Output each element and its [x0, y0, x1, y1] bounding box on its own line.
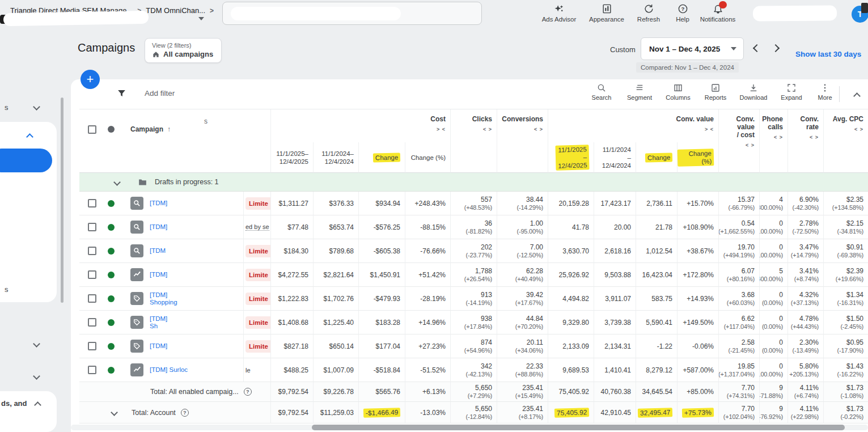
row-checkbox[interactable] — [88, 366, 96, 374]
sidebar-item-fragment[interactable]: ds, and — [1, 399, 27, 408]
campaign-link[interactable]: [TDM] — [150, 291, 177, 299]
metric-value: 3.41% — [799, 267, 819, 275]
campaign-link[interactable]: [TDM] — [150, 200, 167, 207]
metric-value: 202 — [481, 243, 492, 251]
metric-cell: $1.43(-16.22%) — [824, 358, 868, 382]
enabled-status-dot[interactable] — [108, 295, 115, 302]
campaign-link[interactable]: [TDM] — [150, 315, 167, 323]
expand-compare-icon[interactable]: < > — [534, 125, 543, 133]
sidebar-item-fragment[interactable]: s — [5, 285, 9, 294]
sidebar-item-fragment[interactable]: s — [5, 103, 9, 112]
campaign-link[interactable]: [TDM] Surloc — [150, 366, 188, 374]
collapse-compare-icon[interactable]: > < — [705, 125, 714, 133]
campaign-row[interactable]: [TDM] Surloc le$488.25$1,007.09-$518.84-… — [79, 358, 868, 382]
campaign-link[interactable]: Sh — [150, 323, 167, 330]
chevron-down-icon[interactable] — [113, 179, 121, 186]
select-all-checkbox[interactable] — [88, 125, 96, 134]
row-checkbox[interactable] — [88, 270, 96, 279]
enabled-status-dot[interactable] — [108, 272, 115, 278]
horizontal-scrollbar-thumb[interactable] — [312, 425, 845, 430]
drafts-in-progress-row[interactable]: Drafts in progress: 1 — [79, 173, 868, 192]
sidebar-selected-item[interactable] — [0, 149, 52, 172]
metric-value: 20,159.28 — [559, 200, 589, 207]
status-badge-limited[interactable]: Limite — [245, 245, 271, 257]
campaign-row[interactable]: [TDM] Limite$1,311.27$376.33$934.94+248.… — [79, 192, 868, 215]
campaign-link[interactable]: Shopping — [150, 299, 177, 306]
breadcrumb-subaccount[interactable]: TDM OmniChan... — [146, 6, 205, 15]
status-badge-limited[interactable]: Limite — [245, 316, 271, 329]
campaign-row[interactable]: [TDM] Limite$4,272.55$2,821.64$1,450.91+… — [79, 263, 868, 287]
campaign-link[interactable]: [TDM] — [150, 342, 167, 350]
add-filter-button[interactable]: Add filter — [145, 89, 175, 98]
chevron-down-icon[interactable] — [33, 340, 40, 348]
enabled-status-dot[interactable] — [108, 200, 115, 207]
enabled-status-dot[interactable] — [108, 319, 115, 326]
campaign-row[interactable]: [TDM] ed by se$77.48$653.74-$576.25-88.1… — [79, 215, 868, 239]
status-badge-limited[interactable]: Limite — [245, 197, 271, 210]
campaign-row[interactable]: [TDM]Shopping Limite$1,222.83$1,702.76-$… — [79, 287, 868, 311]
chevron-down-icon[interactable] — [33, 372, 40, 380]
download-button[interactable]: Download — [735, 83, 772, 101]
metric-cell: 5,650(+7.29%) — [451, 382, 497, 402]
metric-cell: $565.76 — [359, 382, 405, 402]
row-checkbox[interactable] — [88, 342, 96, 350]
help-circle-icon[interactable]: ? — [244, 388, 252, 396]
sidebar-scrollbar[interactable] — [61, 98, 63, 303]
ads-advisor-button[interactable]: Ads Advisor — [537, 3, 581, 23]
view-filter-chip[interactable]: View (2 filters) All campaigns — [145, 38, 222, 63]
campaign-row[interactable]: [TDM Limite$184.30$789.68-$605.38-76.66%… — [79, 239, 868, 263]
help-circle-icon[interactable]: ? — [181, 409, 189, 417]
enabled-status-dot[interactable] — [108, 224, 115, 231]
row-checkbox[interactable] — [88, 199, 96, 207]
enabled-status-dot[interactable] — [108, 367, 115, 374]
sort-ascending-icon[interactable]: ↑ — [167, 125, 171, 133]
status-filter-dot[interactable] — [108, 126, 115, 133]
metric-value: 34,645.54 — [642, 388, 672, 396]
status-badge-limited[interactable]: Limite — [245, 340, 271, 353]
row-checkbox[interactable] — [88, 247, 96, 255]
status-badge-limited[interactable]: Limite — [245, 293, 271, 305]
chevron-up-icon[interactable] — [26, 133, 33, 141]
appearance-button[interactable]: Appearance — [585, 3, 628, 23]
collapse-toolbar-button[interactable] — [854, 91, 859, 101]
expand-compare-icon[interactable]: < > — [810, 133, 819, 141]
date-range-picker[interactable]: Nov 1 – Dec 4, 2025 — [641, 37, 744, 60]
campaign-row[interactable]: [TDM] Limite$827.18$650.14$177.04+27.23%… — [79, 334, 868, 358]
campaign-column-header[interactable]: Campaign ↑ s — [79, 109, 271, 149]
campaign-row[interactable]: [TDM]Sh Limite$1,408.68$1,225.40$183.28+… — [79, 311, 868, 334]
expand-compare-icon[interactable]: < > — [854, 125, 863, 133]
chevron-up-icon[interactable] — [34, 401, 41, 409]
campaign-link[interactable]: [TDM — [150, 247, 166, 255]
expand-compare-icon[interactable]: < > — [483, 125, 492, 133]
notifications-button[interactable]: Notifications — [696, 3, 739, 23]
filter-icon[interactable] — [116, 88, 127, 99]
status-text-clipped[interactable]: ed by se — [245, 223, 269, 231]
row-checkbox[interactable] — [88, 294, 96, 303]
segment-button[interactable]: Segment — [621, 83, 658, 101]
date-prev-button[interactable] — [754, 43, 760, 53]
new-campaign-button[interactable]: + — [81, 70, 100, 89]
status-badge-limited[interactable]: Limite — [245, 269, 271, 281]
row-checkbox[interactable] — [88, 318, 96, 327]
campaign-link[interactable]: [TDM] — [150, 223, 167, 231]
date-next-button[interactable] — [773, 43, 778, 53]
columns-button[interactable]: Columns — [659, 83, 697, 101]
expand-compare-icon[interactable]: < > — [774, 133, 783, 141]
show-last-30-days-link[interactable]: Show last 30 days — [795, 50, 861, 58]
status-text-clipped[interactable]: le — [245, 367, 251, 374]
enabled-status-dot[interactable] — [108, 248, 115, 255]
metric-cell: 1,012.54 — [636, 239, 678, 263]
search-button[interactable]: Search — [583, 83, 620, 101]
chevron-down-icon[interactable] — [33, 103, 40, 111]
chevron-down-icon[interactable] — [111, 409, 118, 416]
enabled-status-dot[interactable] — [108, 343, 115, 350]
row-checkbox[interactable] — [88, 223, 96, 231]
metric-compare-value: (+8.74%) — [794, 275, 819, 283]
campaign-link[interactable]: [TDM] — [150, 271, 167, 278]
account-dropdown-caret-icon[interactable] — [198, 17, 204, 20]
expand-button[interactable]: Expand — [773, 83, 810, 101]
more-button[interactable]: More — [806, 83, 844, 101]
reports-button[interactable]: Reports — [697, 83, 734, 101]
global-search-input[interactable] — [222, 2, 482, 25]
collapse-compare-icon[interactable]: > < — [437, 125, 446, 133]
